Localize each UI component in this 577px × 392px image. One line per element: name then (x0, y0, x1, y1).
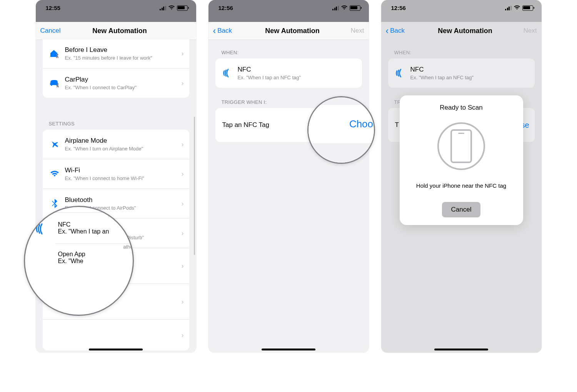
status-time: 12:56 (391, 5, 406, 11)
carplay-icon (48, 78, 61, 88)
chevron-right-icon: › (182, 200, 184, 208)
trigger-wifi[interactable]: Wi-Fi Ex. "When I connect to home Wi-Fi"… (43, 159, 189, 188)
svg-point-2 (51, 84, 52, 86)
wifi-icon (48, 170, 61, 178)
wifi-icon (168, 6, 175, 10)
row-subtitle: Ex. "When I tap an NFC tag" (238, 75, 357, 80)
trigger-carplay[interactable]: CarPlay Ex. "When I connect to CarPlay" … (43, 68, 189, 98)
row-title: Before I Leave (65, 46, 182, 54)
chevron-right-icon: › (182, 79, 184, 87)
row-title: NFC (410, 66, 529, 73)
section-label-when: WHEN: (381, 40, 542, 58)
chevron-right-icon: › (182, 298, 184, 306)
nav-bar: ‹Back New Automation Next (208, 22, 369, 40)
row-subtitle: Ex. "When I turn on Airplane Mode" (65, 146, 182, 152)
back-button[interactable]: ‹Back (386, 27, 413, 35)
scan-animation-icon (437, 122, 485, 170)
cellular-signal-icon (505, 6, 512, 10)
bluetooth-icon (48, 198, 61, 209)
phone-screen-3: 12:56 ‹Back New Automation Next WHEN: NF… (381, 0, 542, 353)
trigger-airplane-mode[interactable]: Airplane Mode Ex. "When I turn on Airpla… (43, 130, 189, 159)
home-indicator[interactable] (434, 349, 488, 350)
row-title: Open App (58, 251, 134, 258)
row-subtitle: Ex. "When I connect to CarPlay" (65, 85, 182, 90)
chevron-left-icon: ‹ (213, 27, 216, 35)
sheet-title: Ready to Scan (407, 104, 516, 112)
svg-point-4 (57, 83, 58, 85)
magnifier-callout-choose: Choose (307, 96, 375, 164)
status-time: 12:56 (218, 5, 233, 11)
sheet-message: Hold your iPhone near the NFC tag (407, 182, 516, 189)
wifi-icon (514, 6, 520, 10)
nfc-icon (221, 68, 234, 78)
status-icons (332, 5, 360, 11)
status-bar: 12:56 (381, 0, 542, 16)
content: WHEN: NFC Ex. "When I tap an NFC tag" TR… (208, 40, 369, 353)
trigger-open-app[interactable]: › (43, 319, 189, 350)
nav-title: New Automation (265, 27, 319, 35)
row-title: CarPlay (65, 76, 182, 83)
section-label-settings: SETTINGS (36, 98, 196, 130)
nfc-icon (394, 68, 407, 78)
airplane-icon (48, 139, 61, 149)
battery-icon (177, 5, 188, 11)
wifi-icon (341, 6, 347, 10)
chevron-left-icon: ‹ (386, 27, 389, 35)
phone-outline-icon (450, 129, 472, 163)
trigger-before-i-leave[interactable]: Before I Leave Ex. "15 minutes before I … (43, 40, 189, 68)
section-label-when: WHEN: (208, 40, 369, 58)
choose-button-magnified: Choose (349, 118, 375, 130)
when-nfc-row: NFC Ex. "When I tap an NFC tag" (215, 58, 362, 88)
magnifier-callout-nfc: Low Pow Ex. "When I turNFC Power Mode" N… (24, 206, 134, 316)
next-button-disabled: Next (517, 27, 537, 35)
row-subtitle: Ex. "15 minutes before I leave for work" (65, 55, 182, 61)
battery-icon (522, 5, 533, 11)
row-title: Bluetooth (65, 196, 182, 204)
nfc-scan-sheet: Ready to Scan Hold your iPhone near the … (400, 95, 523, 225)
next-button-disabled: Next (345, 27, 364, 35)
scroll-indicator (194, 117, 195, 255)
cancel-button[interactable]: Cancel (40, 27, 67, 35)
chevron-right-icon: › (182, 50, 184, 58)
row-title: Wi-Fi (65, 167, 182, 174)
svg-point-0 (56, 54, 58, 56)
nav-bar: Cancel New Automation (36, 22, 196, 40)
nav-title: New Automation (438, 27, 492, 35)
cellular-signal-icon (332, 6, 339, 10)
nav-title: New Automation (92, 27, 147, 35)
back-button[interactable]: ‹Back (213, 27, 240, 35)
chevron-right-icon: › (182, 229, 184, 237)
row-subtitle: Ex. "When I connect to home Wi-Fi" (65, 175, 182, 181)
cellular-signal-icon (160, 6, 166, 10)
chevron-right-icon: › (182, 140, 184, 148)
nav-bar: ‹Back New Automation Next (381, 22, 542, 40)
home-indicator[interactable] (262, 349, 315, 350)
chevron-right-icon: › (182, 262, 184, 270)
status-bar: 12:55 (36, 0, 196, 16)
status-icons (160, 5, 188, 11)
when-nfc-row: NFC Ex. "When I tap an NFC tag" (388, 58, 535, 88)
status-icons (505, 5, 533, 11)
status-bar: 12:56 (208, 0, 369, 16)
chevron-right-icon: › (182, 331, 184, 339)
home-indicator[interactable] (89, 349, 143, 350)
chevron-right-icon: › (182, 170, 184, 178)
row-title: NFC (238, 66, 357, 73)
row-title: Airplane Mode (65, 137, 182, 145)
sheet-cancel-button[interactable]: Cancel (442, 202, 481, 217)
phone-screen-2: 12:56 ‹Back New Automation Next WHEN: NF… (208, 0, 369, 353)
status-time: 12:55 (46, 5, 60, 11)
row-subtitle: Ex. "When I tap an NFC tag" (410, 75, 529, 80)
battery-icon (350, 5, 360, 11)
home-leave-icon (48, 48, 61, 58)
